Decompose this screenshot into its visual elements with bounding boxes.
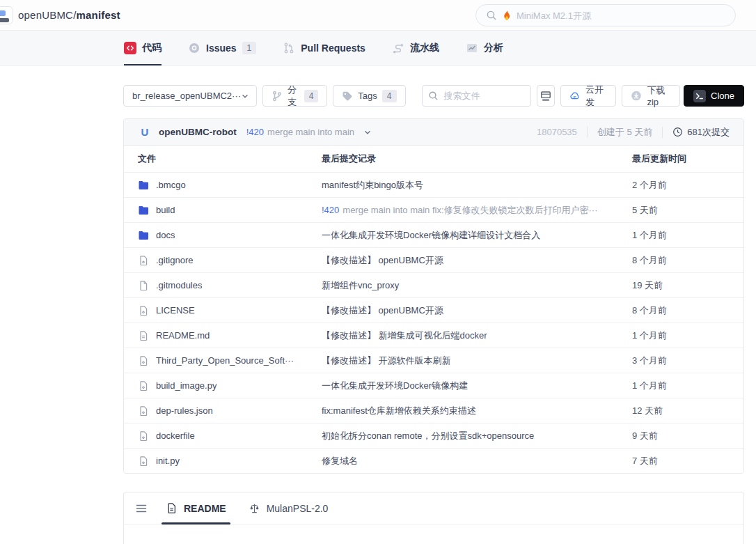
commit-message[interactable]: fix:manifest仓库新增依赖关系约束描述 bbox=[322, 405, 476, 416]
file-updated: 1 个月前 bbox=[632, 329, 743, 342]
file-table-row[interactable]: .bmcgomanifest约束bingo版本号2 个月前 bbox=[124, 172, 743, 197]
file-name[interactable]: .gitignore bbox=[156, 255, 193, 265]
file-table-row[interactable]: docs一体化集成开发环境Docker镜像构建详细设计文档合入1 个月前 bbox=[124, 222, 743, 247]
file-text-icon bbox=[138, 330, 149, 341]
download-icon bbox=[631, 91, 642, 102]
file-table-row[interactable]: README.md【修改描述】 新增集成可视化后端docker1 个月前 bbox=[124, 322, 743, 348]
file-table-row[interactable]: init.py修复域名7 天前 bbox=[124, 448, 743, 473]
latest-commit-bar: U openUBMC-robot !420merge main into mai… bbox=[124, 119, 743, 146]
web-ide-button[interactable] bbox=[537, 85, 556, 107]
commit-hash[interactable]: 18070535 bbox=[537, 127, 577, 137]
file-table-row[interactable]: dockerfile初始化拆分conan remote，分别设置sdk+open… bbox=[124, 423, 743, 448]
tags-button[interactable]: Tags 4 bbox=[333, 85, 405, 107]
cloud-icon bbox=[569, 91, 581, 102]
search-icon bbox=[486, 10, 497, 21]
file-table-row[interactable]: .gitmodules新增组件vnc_proxy19 天前 bbox=[124, 272, 743, 297]
file-dot-icon bbox=[138, 430, 149, 442]
file-dot-icon bbox=[138, 405, 149, 417]
tags-count: 4 bbox=[382, 90, 397, 102]
file-updated: 9 天前 bbox=[632, 430, 743, 442]
web-ide-icon bbox=[540, 90, 552, 102]
column-header-file: 文件 bbox=[124, 153, 322, 165]
nav-tab-流水线[interactable]: 流水线 bbox=[392, 31, 439, 65]
file-updated: 7 天前 bbox=[632, 455, 743, 467]
repo-breadcrumb[interactable]: openUBMC/manifest bbox=[18, 9, 120, 21]
file-updated: 1 个月前 bbox=[632, 380, 743, 392]
commit-message[interactable]: 新增组件vnc_proxy bbox=[322, 280, 399, 290]
repo-name[interactable]: manifest bbox=[77, 9, 120, 21]
file-table-row[interactable]: Third_Party_Open_Source_Soft···【修改描述】 开源… bbox=[124, 348, 743, 373]
file-name[interactable]: docs bbox=[156, 230, 175, 240]
commit-message[interactable]: 【修改描述】 openUBMC开源 bbox=[322, 305, 443, 316]
readme-label: README bbox=[184, 503, 226, 514]
commits-count[interactable]: 681次提交 bbox=[672, 126, 730, 139]
file-updated: 19 天前 bbox=[632, 279, 743, 292]
pr-ref-link[interactable]: !420 bbox=[322, 205, 339, 215]
file-updated: 3 个月前 bbox=[632, 355, 743, 367]
file-name[interactable]: .bmcgo bbox=[156, 180, 186, 190]
branches-label: 分支 bbox=[288, 84, 299, 109]
file-name[interactable]: dep-rules.json bbox=[156, 405, 213, 416]
commit-message[interactable]: 【修改描述】 开源软件版本刷新 bbox=[322, 355, 451, 366]
file-name[interactable]: README.md bbox=[156, 330, 210, 341]
commit-message[interactable]: 修复域名 bbox=[322, 456, 358, 466]
nav-tab-代码[interactable]: 代码 bbox=[124, 31, 162, 65]
file-table-row[interactable]: build_image.py一体化集成开发环境Docker镜像构建1 个月前 bbox=[124, 373, 743, 398]
tab-license[interactable]: MulanPSL-2.0 bbox=[244, 492, 333, 524]
global-search-input[interactable] bbox=[475, 4, 736, 26]
file-text-icon bbox=[166, 502, 178, 514]
branch-selector[interactable]: br_release_openUBMC2··· bbox=[123, 85, 257, 107]
nav-tab-badge: 1 bbox=[242, 42, 257, 54]
download-zip-button[interactable]: 下载zip bbox=[622, 85, 680, 107]
commit-message[interactable]: 【修改描述】 openUBMC开源 bbox=[322, 255, 443, 265]
branch-icon bbox=[271, 91, 283, 102]
file-name[interactable]: init.py bbox=[156, 456, 180, 466]
app-logo[interactable] bbox=[0, 6, 13, 24]
nav-tab-issues[interactable]: Issues1 bbox=[188, 31, 256, 65]
nav-tab-label: 流水线 bbox=[410, 42, 439, 54]
file-name[interactable]: build bbox=[156, 205, 175, 215]
chevron-down-icon[interactable] bbox=[363, 128, 372, 137]
file-table-row[interactable]: .gitignore【修改描述】 openUBMC开源8 个月前 bbox=[124, 247, 743, 272]
file-search bbox=[422, 85, 531, 107]
repo-created-label: 创建于 5 天前 bbox=[597, 126, 652, 139]
file-name[interactable]: .gitmodules bbox=[156, 280, 202, 290]
terminal-icon bbox=[693, 90, 706, 102]
nav-tab-pull-requests[interactable]: Pull Requests bbox=[283, 31, 365, 65]
tags-label: Tags bbox=[358, 91, 377, 101]
commit-message[interactable]: merge main into main fix:修复修改失败锁定次数后打印用户… bbox=[342, 205, 597, 215]
nav-tab-分析[interactable]: 分析 bbox=[466, 31, 503, 65]
commit-message[interactable]: 一体化集成开发环境Docker镜像构建详细设计文档合入 bbox=[322, 230, 540, 240]
file-updated: 5 天前 bbox=[632, 204, 743, 217]
repo-toolbar: br_release_openUBMC2··· 分支 4 Tags 4 bbox=[123, 85, 744, 107]
folder-icon bbox=[138, 180, 149, 191]
top-header: openUBMC/manifest bbox=[0, 0, 756, 31]
file-name[interactable]: dockerfile bbox=[156, 430, 195, 441]
clone-button[interactable]: Clone bbox=[684, 85, 744, 107]
repo-owner[interactable]: openUBMC/ bbox=[18, 9, 77, 21]
file-table-row[interactable]: LICENSE【修改描述】 openUBMC开源8 个月前 bbox=[124, 297, 743, 322]
file-table: 文件 最后提交记录 最后更新时间 .bmcgomanifest约束bingo版本… bbox=[124, 146, 743, 473]
file-table-row[interactable]: dep-rules.jsonfix:manifest仓库新增依赖关系约束描述12… bbox=[124, 398, 743, 423]
file-icon bbox=[138, 280, 149, 291]
file-name[interactable]: LICENSE bbox=[156, 305, 195, 316]
divider bbox=[662, 127, 663, 138]
toc-menu-icon[interactable] bbox=[135, 502, 148, 515]
commit-message[interactable]: 初始化拆分conan remote，分别设置sdk+opensource bbox=[322, 430, 534, 441]
file-name[interactable]: build_image.py bbox=[156, 380, 216, 391]
branches-button[interactable]: 分支 4 bbox=[262, 85, 327, 107]
commit-message[interactable]: !420merge main into main bbox=[246, 127, 354, 137]
tab-readme[interactable]: README bbox=[162, 492, 230, 524]
pr-ref-link[interactable]: !420 bbox=[246, 127, 264, 137]
commit-message[interactable]: 一体化集成开发环境Docker镜像构建 bbox=[322, 380, 468, 391]
code-tab-icon bbox=[124, 42, 136, 54]
file-dot-icon bbox=[138, 255, 149, 266]
file-name[interactable]: Third_Party_Open_Source_Soft··· bbox=[156, 355, 294, 366]
committer-avatar[interactable]: U bbox=[138, 125, 152, 139]
commit-message[interactable]: manifest约束bingo版本号 bbox=[322, 180, 423, 190]
commit-message[interactable]: 【修改描述】 新增集成可视化后端docker bbox=[322, 330, 487, 341]
commit-author[interactable]: openUBMC-robot bbox=[159, 127, 237, 137]
file-table-row[interactable]: build!420merge main into main fix:修复修改失败… bbox=[124, 197, 743, 222]
cloud-dev-button[interactable]: 云开发 bbox=[560, 85, 616, 107]
file-dot-icon bbox=[138, 305, 149, 316]
